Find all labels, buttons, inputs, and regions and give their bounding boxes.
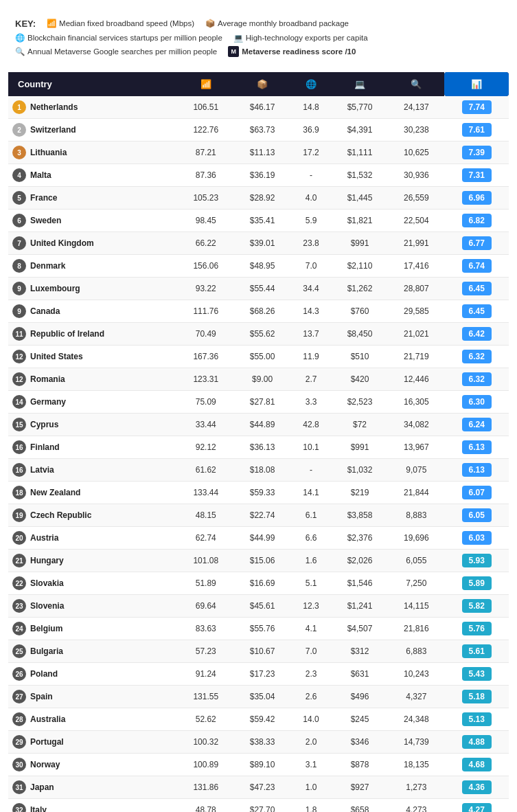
cell-package: $55.44 — [234, 278, 290, 300]
cell-chip: $1,032 — [332, 459, 388, 482]
cell-blockchain: 13.7 — [290, 323, 332, 346]
cell-package: $89.10 — [234, 754, 290, 776]
rank-badge: 5 — [12, 191, 26, 205]
cell-blockchain: 1.0 — [290, 776, 332, 799]
score-badge: 6.13 — [462, 440, 492, 454]
score-badge: 6.32 — [462, 350, 492, 363]
cell-country: 30 Norway — [8, 754, 178, 776]
cell-blockchain: 10.1 — [290, 436, 332, 459]
table-row: 16 Finland 92.12 $36.13 10.1 $991 13,967… — [8, 436, 509, 459]
score-badge: 5.76 — [462, 622, 492, 635]
cell-chip: $991 — [332, 232, 388, 255]
table-row: 14 Germany 75.09 $27.81 3.3 $2,523 16,30… — [8, 391, 509, 414]
wifi-icon: 📶 — [47, 17, 56, 31]
cell-chip: $2,523 — [332, 391, 388, 414]
cell-blockchain: 14.3 — [290, 300, 332, 323]
rank-badge: 9 — [12, 304, 26, 318]
score-badge: 4.88 — [462, 735, 492, 749]
rank-badge: 19 — [12, 508, 26, 522]
cell-search: 7,250 — [388, 572, 444, 595]
cell-country: 22 Slovakia — [8, 572, 178, 595]
score-badge: 5.61 — [462, 644, 492, 658]
cell-chip: $1,241 — [332, 595, 388, 618]
cell-country: 29 Portugal — [8, 731, 178, 754]
cell-blockchain: 1.8 — [290, 799, 332, 812]
country-name: Czech Republic — [30, 510, 91, 520]
cell-wifi: 70.49 — [178, 323, 234, 346]
cell-country: 23 Slovenia — [8, 595, 178, 618]
cell-chip: $760 — [332, 300, 388, 323]
score-badge: 7.39 — [462, 146, 492, 159]
country-name: Netherlands — [30, 102, 78, 112]
cell-blockchain: 3.1 — [290, 754, 332, 776]
cell-chip: $1,821 — [332, 210, 388, 232]
score-badge: 6.30 — [462, 395, 492, 409]
cell-blockchain: 7.0 — [290, 640, 332, 663]
table-row: 9 Canada 111.76 $68.26 14.3 $760 29,585 … — [8, 300, 509, 323]
search-icon: 🔍 — [15, 45, 25, 59]
cell-blockchain: 2.0 — [290, 731, 332, 754]
cell-blockchain: 2.6 — [290, 686, 332, 708]
cell-package: $59.42 — [234, 708, 290, 731]
rank-badge: 20 — [12, 531, 26, 545]
cell-score: 6.32 — [444, 346, 509, 368]
cell-score: 5.89 — [444, 572, 509, 595]
cell-chip: $3,858 — [332, 504, 388, 527]
cell-score: 4.36 — [444, 776, 509, 799]
country-name: Austria — [30, 533, 58, 543]
table-row: 12 United States 167.36 $55.00 11.9 $510… — [8, 346, 509, 368]
key-label: KEY: — [15, 16, 36, 32]
cell-blockchain: 36.9 — [290, 119, 332, 142]
cell-package: $35.41 — [234, 210, 290, 232]
cell-chip: $1,262 — [332, 278, 388, 300]
table-row: 20 Austria 62.74 $44.99 6.6 $2,376 19,69… — [8, 527, 509, 550]
cell-chip: $312 — [332, 640, 388, 663]
country-name: United States — [30, 352, 83, 361]
table-row: 7 United Kingdom 66.22 $39.01 23.8 $991 … — [8, 232, 509, 255]
table-row: 25 Bulgaria 57.23 $10.67 7.0 $312 6,883 … — [8, 640, 509, 663]
rank-badge: 9 — [12, 282, 26, 295]
cell-chip: $2,026 — [332, 550, 388, 572]
table-row: 5 France 105.23 $28.92 4.0 $1,445 26,559… — [8, 187, 509, 210]
country-name: New Zealand — [30, 488, 80, 497]
cell-country: 32 Italy — [8, 799, 178, 812]
table-row: 4 Malta 87.36 $36.19 - $1,532 30,936 7.3… — [8, 164, 509, 187]
cell-wifi: 87.21 — [178, 142, 234, 164]
cell-score: 6.74 — [444, 255, 509, 278]
cell-chip: $346 — [332, 731, 388, 754]
header-package: 📦 — [234, 72, 290, 96]
score-badge: 6.77 — [462, 236, 492, 250]
country-name: Norway — [30, 760, 60, 769]
cell-chip: $245 — [332, 708, 388, 731]
rank-badge: 1 — [12, 100, 26, 114]
cell-blockchain: 2.3 — [290, 663, 332, 686]
rank-badge: 11 — [12, 327, 26, 341]
country-name: Lithuania — [30, 148, 67, 157]
cell-score: 6.77 — [444, 232, 509, 255]
cell-country: 24 Belgium — [8, 618, 178, 640]
cell-score: 6.07 — [444, 482, 509, 504]
cell-country: 19 Czech Republic — [8, 504, 178, 527]
cell-search: 24,348 — [388, 708, 444, 731]
table-row: 22 Slovakia 51.89 $16.69 5.1 $1,546 7,25… — [8, 572, 509, 595]
score-badge: 6.42 — [462, 327, 492, 341]
cell-country: 20 Austria — [8, 527, 178, 550]
cell-chip: $8,450 — [332, 323, 388, 346]
rank-badge: 16 — [12, 463, 26, 477]
table-row: 28 Australia 52.62 $59.42 14.0 $245 24,3… — [8, 708, 509, 731]
cell-country: 9 Luxembourg — [8, 278, 178, 300]
cell-score: 6.03 — [444, 527, 509, 550]
cell-chip: $878 — [332, 754, 388, 776]
cell-country: 16 Finland — [8, 436, 178, 459]
table-row: 3 Lithuania 87.21 $11.13 17.2 $1,111 10,… — [8, 142, 509, 164]
cell-score: 5.76 — [444, 618, 509, 640]
cell-package: $55.62 — [234, 323, 290, 346]
table-row: 21 Hungary 101.08 $15.06 1.6 $2,026 6,05… — [8, 550, 509, 572]
cell-wifi: 75.09 — [178, 391, 234, 414]
cell-package: $46.17 — [234, 96, 290, 119]
cell-chip: $2,110 — [332, 255, 388, 278]
score-badge: 6.82 — [462, 214, 492, 227]
cell-search: 28,807 — [388, 278, 444, 300]
cell-package: $15.06 — [234, 550, 290, 572]
rank-badge: 32 — [12, 803, 26, 812]
